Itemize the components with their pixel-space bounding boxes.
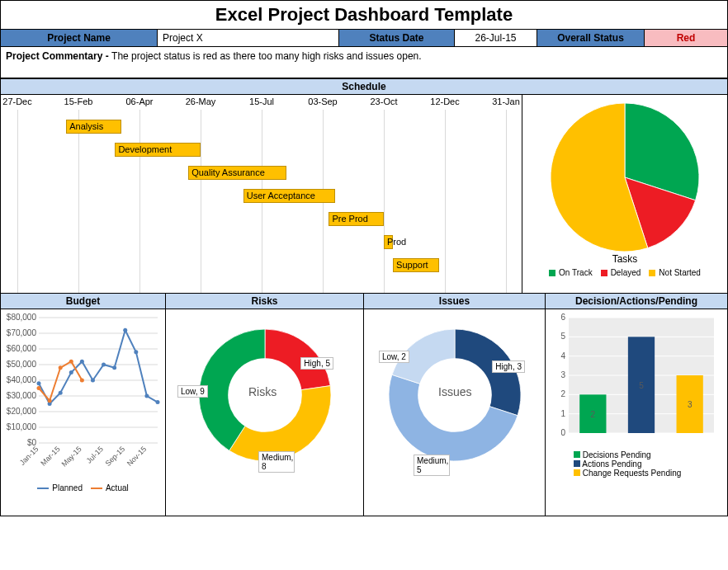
svg-text:3: 3	[560, 370, 565, 379]
label-project-name: Project Name	[1, 30, 158, 46]
svg-point-20	[59, 391, 63, 395]
gantt-bar[interactable]: Quality Assurance	[188, 166, 286, 180]
svg-text:3: 3	[688, 400, 693, 409]
svg-text:2: 2	[560, 389, 565, 398]
value-status-date[interactable]: 26-Jul-15	[455, 30, 537, 46]
svg-point-31	[48, 398, 52, 403]
risks-body: Risks High, 5 Low, 9 Medium, 8	[166, 309, 363, 516]
value-overall-status: Red	[645, 30, 727, 46]
gantt-bar[interactable]: Development	[115, 143, 201, 157]
gantt-chart: 27-Dec15-Feb06-Apr26-May15-Jul03-Sep23-O…	[1, 95, 522, 293]
svg-text:Jan-15: Jan-15	[18, 445, 40, 467]
gantt-tick: 15-Feb	[64, 97, 93, 106]
svg-text:$0: $0	[27, 438, 37, 447]
svg-text:Jul-15: Jul-15	[85, 445, 105, 464]
gantt-bar[interactable]: Pre Prod	[329, 212, 384, 226]
svg-point-26	[123, 328, 127, 332]
svg-text:$10,000: $10,000	[7, 422, 37, 431]
svg-text:$50,000: $50,000	[7, 360, 37, 369]
svg-text:Mar-15: Mar-15	[39, 445, 61, 467]
svg-point-34	[80, 379, 84, 383]
schedule-row: 27-Dec15-Feb06-Apr26-May15-Jul03-Sep23-O…	[1, 95, 727, 294]
svg-text:$40,000: $40,000	[7, 375, 37, 384]
issues-heading: Issues	[364, 294, 545, 309]
svg-text:$30,000: $30,000	[7, 391, 37, 400]
gantt-tick: 27-Dec	[2, 97, 31, 106]
dashboard-container: Excel Project Dashboard Template Project…	[0, 0, 728, 516]
svg-point-33	[69, 360, 73, 364]
gantt-bar[interactable]: Support	[393, 258, 439, 272]
tasks-pie-legend: On TrackDelayedNot Started	[527, 268, 722, 277]
gantt-tick: 26-May	[186, 97, 216, 106]
budget-body: $0$10,000$20,000$30,000$40,000$50,000$60…	[1, 309, 165, 516]
budget-line-chart: $0$10,000$20,000$30,000$40,000$50,000$60…	[4, 313, 163, 478]
svg-text:0: 0	[560, 428, 565, 437]
risks-panel: Risks Risks High, 5 Low, 9 Medium, 8	[166, 294, 364, 516]
dap-body: 0123456253 Decisions Pending Actions Pen…	[546, 309, 727, 516]
budget-heading: Budget	[1, 294, 165, 309]
gantt-tick: 06-Apr	[125, 97, 153, 106]
svg-point-18	[37, 381, 41, 385]
legend-item: Actions Pending	[574, 459, 724, 469]
gantt-bar[interactable]: Analysis	[66, 120, 121, 134]
svg-text:1: 1	[560, 409, 565, 418]
svg-point-28	[144, 394, 149, 398]
svg-text:Nov-15: Nov-15	[125, 445, 149, 468]
risks-center-label: Risks	[248, 385, 277, 398]
tasks-pie-title: Tasks	[527, 253, 722, 265]
svg-point-25	[112, 365, 116, 370]
tasks-pie-panel: Tasks On TrackDelayedNot Started	[522, 95, 727, 293]
commentary-text: The project status is red as there too m…	[111, 50, 422, 62]
legend-item: Delayed	[601, 268, 641, 277]
svg-text:$80,000: $80,000	[7, 313, 37, 322]
risks-medium-label: Medium, 8	[258, 451, 295, 473]
gantt-tick: 15-Jul	[249, 97, 274, 106]
issues-high-label: High, 3	[492, 360, 525, 373]
risks-high-label: High, 5	[300, 357, 333, 370]
gantt-tick: 12-Dec	[430, 97, 459, 106]
svg-text:2: 2	[591, 410, 596, 419]
svg-point-22	[80, 360, 84, 364]
dap-bar-chart: 0123456253	[549, 313, 722, 445]
page-title: Excel Project Dashboard Template	[1, 1, 727, 30]
dap-heading: Decision/Actions/Pending	[546, 294, 727, 309]
issues-center-label: Issues	[438, 385, 471, 398]
commentary-label: Project Commentary -	[6, 50, 111, 62]
legend-actual: Actual	[91, 483, 129, 492]
svg-text:6: 6	[560, 313, 565, 322]
legend-item: On Track	[549, 268, 593, 277]
svg-point-27	[134, 350, 138, 354]
gantt-bar[interactable]: User Acceptance	[243, 189, 335, 203]
schedule-heading: Schedule	[1, 78, 727, 95]
svg-text:4: 4	[560, 351, 565, 360]
commentary-box[interactable]: Project Commentary - The project status …	[1, 47, 727, 78]
gantt-tick: 03-Sep	[308, 97, 337, 106]
bottom-row: Budget $0$10,000$20,000$30,000$40,000$50…	[1, 294, 727, 516]
svg-text:Sep-15: Sep-15	[104, 445, 127, 468]
svg-text:5: 5	[639, 381, 644, 390]
legend-item: Decisions Pending	[574, 450, 724, 459]
issues-panel: Issues Issues High, 3 Low, 2 Medium, 5	[364, 294, 546, 516]
svg-text:$70,000: $70,000	[7, 328, 37, 337]
svg-text:$60,000: $60,000	[7, 344, 37, 353]
header-row: Project Name Project X Status Date 26-Ju…	[1, 30, 727, 47]
budget-legend: Planned Actual	[4, 483, 162, 492]
gantt-tick: 23-Oct	[370, 97, 397, 106]
dap-panel: Decision/Actions/Pending 0123456253 Deci…	[546, 294, 727, 516]
tasks-pie-chart	[551, 103, 699, 252]
gantt-tick: 31-Jan	[492, 97, 520, 106]
gantt-bar[interactable]: Prod	[384, 235, 393, 249]
svg-point-24	[102, 363, 106, 367]
svg-point-29	[156, 400, 160, 404]
svg-text:May-15: May-15	[59, 445, 83, 468]
legend-planned: Planned	[37, 483, 83, 492]
issues-body: Issues High, 3 Low, 2 Medium, 5	[364, 309, 545, 516]
svg-point-32	[59, 365, 63, 370]
label-overall-status: Overall Status	[537, 30, 645, 46]
value-project-name[interactable]: Project X	[158, 30, 339, 46]
issues-low-label: Low, 2	[379, 351, 409, 363]
svg-point-30	[37, 386, 41, 390]
label-status-date: Status Date	[339, 30, 455, 46]
issues-medium-label: Medium, 5	[414, 455, 450, 476]
legend-item: Change Requests Pending	[574, 469, 724, 478]
